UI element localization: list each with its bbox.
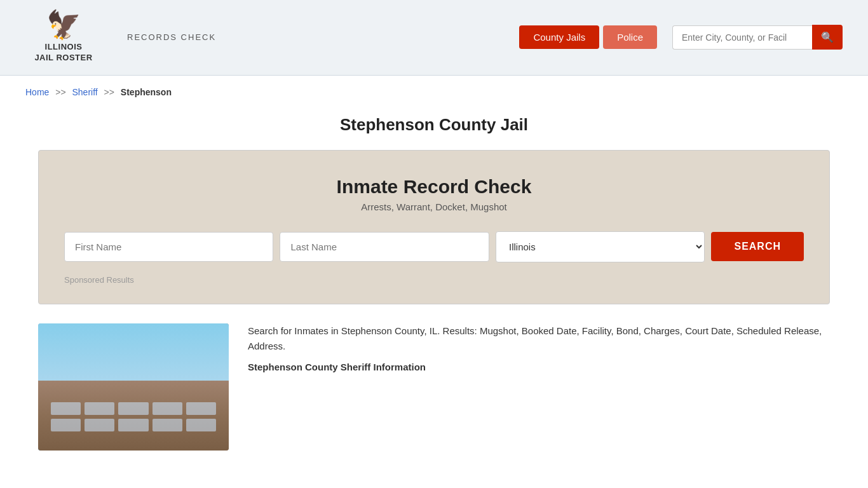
header-search-input[interactable] xyxy=(672,25,812,50)
window-2 xyxy=(85,402,114,415)
logo-area: 🦅 ILLINOIS JAIL ROSTER xyxy=(25,11,102,64)
breadcrumb-sep1: >> xyxy=(55,87,65,97)
last-name-input[interactable] xyxy=(280,232,489,262)
logo-icon: 🦅 xyxy=(46,11,81,39)
page-title-section: Stephenson County Jail xyxy=(0,104,868,150)
window-4 xyxy=(153,402,182,415)
breadcrumb-sep2: >> xyxy=(104,87,114,97)
content-subheading: Stephenson County Sheriff Information xyxy=(248,362,830,372)
record-search-button[interactable]: SEARCH xyxy=(711,232,804,261)
breadcrumb: Home >> Sheriff >> Stephenson xyxy=(0,76,868,104)
search-icon: 🔍 xyxy=(821,32,834,43)
facility-image xyxy=(38,323,229,451)
site-header: 🦅 ILLINOIS JAIL ROSTER RECORDS CHECK Cou… xyxy=(0,0,868,76)
record-check-section: Inmate Record Check Arrests, Warrant, Do… xyxy=(38,150,830,304)
page-title: Stephenson County Jail xyxy=(25,115,843,135)
window-3 xyxy=(118,402,148,415)
window-8 xyxy=(118,419,148,431)
window-9 xyxy=(153,419,182,431)
police-button[interactable]: Police xyxy=(603,25,657,49)
logo-text: ILLINOIS JAIL ROSTER xyxy=(34,42,92,64)
content-description: Search for Inmates in Stephenson County,… xyxy=(248,323,830,354)
content-section: Search for Inmates in Stephenson County,… xyxy=(0,323,868,476)
window-6 xyxy=(51,419,81,431)
sponsored-label: Sponsored Results xyxy=(64,275,804,285)
header-search-button[interactable]: 🔍 xyxy=(812,25,843,50)
record-search-row: AlabamaAlaskaArizonaArkansasCaliforniaCo… xyxy=(64,231,804,262)
content-text: Search for Inmates in Stephenson County,… xyxy=(248,323,830,451)
window-7 xyxy=(85,419,114,431)
window-5 xyxy=(186,402,216,415)
county-jails-button[interactable]: County Jails xyxy=(519,25,599,49)
breadcrumb-sheriff[interactable]: Sheriff xyxy=(72,87,98,97)
record-check-subtitle: Arrests, Warrant, Docket, Mugshot xyxy=(64,201,804,212)
window-10 xyxy=(186,419,216,431)
window-1 xyxy=(51,402,81,415)
record-check-title: Inmate Record Check xyxy=(64,176,804,198)
header-search-bar: 🔍 xyxy=(672,25,843,50)
state-select[interactable]: AlabamaAlaskaArizonaArkansasCaliforniaCo… xyxy=(496,231,705,262)
breadcrumb-current: Stephenson xyxy=(121,87,172,97)
image-windows xyxy=(51,402,216,431)
records-check-label: RECORDS CHECK xyxy=(127,32,216,42)
first-name-input[interactable] xyxy=(64,232,273,262)
breadcrumb-home[interactable]: Home xyxy=(25,87,49,97)
main-nav: County Jails Police 🔍 xyxy=(519,25,843,50)
